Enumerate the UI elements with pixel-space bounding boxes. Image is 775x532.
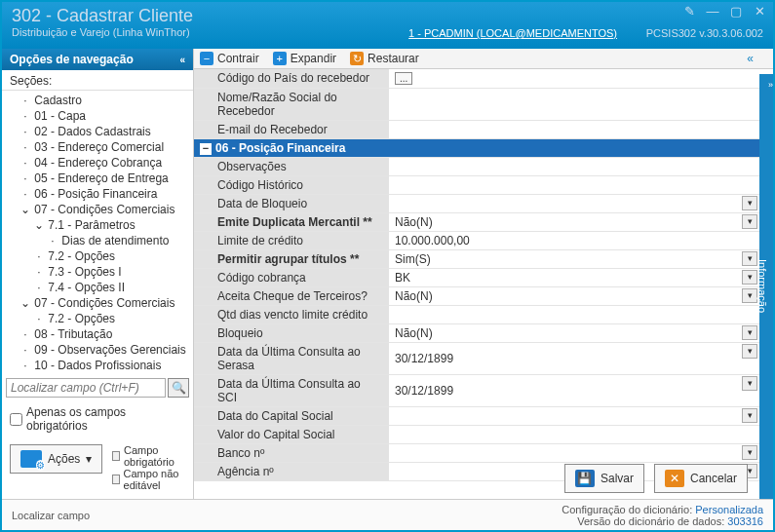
section-label: 06 - Posição Financeira <box>215 141 345 155</box>
field-row: Permitir agrupar títulos **Sim(S)▾ <box>194 249 759 268</box>
section-header[interactable]: −06 - Posição Financeira <box>194 138 759 157</box>
collapse-section-icon[interactable]: − <box>200 143 212 155</box>
field-value[interactable]: Não(N)▾ <box>389 212 759 231</box>
field-value[interactable] <box>389 175 759 194</box>
dropdown-icon[interactable]: ▾ <box>742 270 757 285</box>
search-button[interactable]: 🔍 <box>168 378 189 398</box>
tree-item[interactable]: · 10 - Dados Profissionais <box>6 358 189 373</box>
field-label: Nome/Razão Social do Recebedor <box>194 88 389 120</box>
contract-button[interactable]: −Contrair <box>200 52 259 65</box>
tree-item[interactable]: ⌄ 7.1 - Parâmetros <box>6 217 189 233</box>
tree-item[interactable]: · 7.2 - Opções <box>6 248 189 264</box>
tree-item[interactable]: · 05 - Endereço de Entrega <box>6 171 189 186</box>
cancel-label: Cancelar <box>690 472 737 485</box>
tree-item[interactable]: · 08 - Tributação <box>6 326 189 342</box>
cancel-button[interactable]: ✕ Cancelar <box>654 464 748 493</box>
minimize-icon[interactable]: — <box>705 6 720 19</box>
tree-item-label: Dias de atendimento <box>58 234 169 247</box>
close-icon[interactable]: ✕ <box>752 6 767 19</box>
field-value[interactable]: Não(N)▾ <box>389 286 759 305</box>
field-label: Data da Última Consulta ao Serasa <box>194 342 389 374</box>
edit-icon[interactable]: ✎ <box>681 6 697 19</box>
tree-item-label: 7.2 - Opções <box>45 249 115 263</box>
tree-item[interactable]: ⌄ 07 - Condições Comerciais <box>6 295 189 311</box>
chevron-down-icon[interactable]: ⌄ <box>33 218 45 232</box>
field-value[interactable]: ... <box>389 69 759 88</box>
expand-button[interactable]: +Expandir <box>273 52 336 65</box>
tree-item[interactable]: · 7.2 - Opções <box>6 311 189 326</box>
dropdown-icon[interactable]: ▾ <box>742 408 757 423</box>
save-label: Salvar <box>601 472 634 485</box>
field-label: Código cobrança <box>194 268 389 286</box>
field-row: Aceita Cheque de Terceiros?Não(N)▾ <box>194 286 759 305</box>
field-value[interactable]: 10.000.000,00 <box>389 231 759 249</box>
tree-item[interactable]: · Dias de atendimento <box>6 233 189 248</box>
bullet-icon: · <box>19 109 31 123</box>
field-value[interactable]: ▾ <box>389 406 759 425</box>
only-required-checkbox[interactable] <box>10 413 22 426</box>
connection-status[interactable]: 1 - PCADMIN (LOCAL@MEDICAMENTOS) <box>408 27 617 39</box>
field-value[interactable]: 30/12/1899▾ <box>389 374 759 406</box>
more-button[interactable]: ... <box>395 72 412 85</box>
field-label: Permitir agrupar títulos ** <box>194 249 389 268</box>
field-value[interactable] <box>389 157 759 175</box>
tree-item[interactable]: · 04 - Endereço Cobrança <box>6 155 189 171</box>
chevron-down-icon[interactable]: ⌄ <box>19 203 31 216</box>
field-value[interactable]: ▾ <box>389 443 759 462</box>
save-icon: 💾 <box>575 470 595 487</box>
actions-button[interactable]: ⚙ Ações ▾ <box>10 444 102 474</box>
tree-item[interactable]: · Cadastro <box>6 93 189 108</box>
dropdown-icon[interactable]: ▾ <box>742 325 757 340</box>
legend-required-label: Campo obrigatório <box>124 444 185 468</box>
field-row: E-mail do Recebedor <box>194 120 759 138</box>
field-value[interactable]: Sim(S)▾ <box>389 249 759 268</box>
tree-item[interactable]: · 09 - Observações Gerenciais <box>6 342 189 358</box>
collapse-right-icon[interactable]: « <box>747 52 754 65</box>
dropdown-icon[interactable]: ▾ <box>742 376 757 391</box>
field-row: Código do País do recebedor... <box>194 69 759 88</box>
tree-item-label: 09 - Observações Gerenciais <box>31 343 186 357</box>
tree-item[interactable]: ⌄ 07 - Condições Comerciais <box>6 202 189 217</box>
tree-item[interactable]: · 11 - Dados Cônjuge <box>6 373 189 374</box>
dropdown-icon[interactable]: ▾ <box>742 344 757 359</box>
maximize-icon[interactable]: ▢ <box>728 6 744 19</box>
sections-label: Seções: <box>2 70 193 91</box>
search-input[interactable] <box>6 378 166 398</box>
info-tab-label: Informação <box>756 259 768 313</box>
bullet-icon: · <box>47 234 58 247</box>
toolbar: −Contrair +Expandir ↻Restaurar « <box>194 49 773 69</box>
field-row: Data da Última Consulta ao Serasa30/12/1… <box>194 342 759 374</box>
field-value[interactable]: BK▾ <box>389 268 759 286</box>
field-label: Qtd dias vencto limite crédito <box>194 305 389 323</box>
field-label: Banco nº <box>194 443 389 462</box>
field-label: Data de Bloqueio <box>194 194 389 212</box>
dropdown-icon[interactable]: ▾ <box>742 288 757 303</box>
status-right: Configuração do dicionário: Personalizad… <box>562 504 763 527</box>
field-value[interactable]: Não(N)▾ <box>389 323 759 342</box>
dropdown-icon[interactable]: ▾ <box>742 214 757 229</box>
tree-item[interactable]: · 7.4 - Opções II <box>6 280 189 295</box>
tree-item[interactable]: · 7.3 - Opções I <box>6 264 189 280</box>
restore-button[interactable]: ↻Restaurar <box>350 52 419 65</box>
actions-icon: ⚙ <box>20 450 42 468</box>
field-value[interactable] <box>389 88 759 120</box>
collapse-left-icon[interactable]: « <box>179 55 185 65</box>
dropdown-icon[interactable]: ▾ <box>742 196 757 210</box>
tree-item[interactable]: · 02 - Dados Cadastrais <box>6 124 189 139</box>
field-value[interactable] <box>389 425 759 443</box>
field-row: Limite de crédito10.000.000,00 <box>194 231 759 249</box>
save-button[interactable]: 💾 Salvar <box>564 464 644 493</box>
field-row: Valor do Capital Social <box>194 425 759 443</box>
field-value[interactable]: ▾ <box>389 194 759 212</box>
field-value[interactable]: 30/12/1899▾ <box>389 342 759 374</box>
tree-item[interactable]: · 03 - Endereço Comercial <box>6 139 189 155</box>
field-value[interactable] <box>389 120 759 138</box>
dropdown-icon[interactable]: ▾ <box>742 445 757 460</box>
info-tab[interactable]: » Informação <box>759 74 773 499</box>
dropdown-icon[interactable]: ▾ <box>742 251 757 266</box>
tree-item[interactable]: · 06 - Posição Financeira <box>6 186 189 202</box>
bullet-icon: · <box>33 249 45 263</box>
field-value[interactable] <box>389 305 759 323</box>
chevron-down-icon[interactable]: ⌄ <box>19 296 31 310</box>
tree-item[interactable]: · 01 - Capa <box>6 108 189 124</box>
